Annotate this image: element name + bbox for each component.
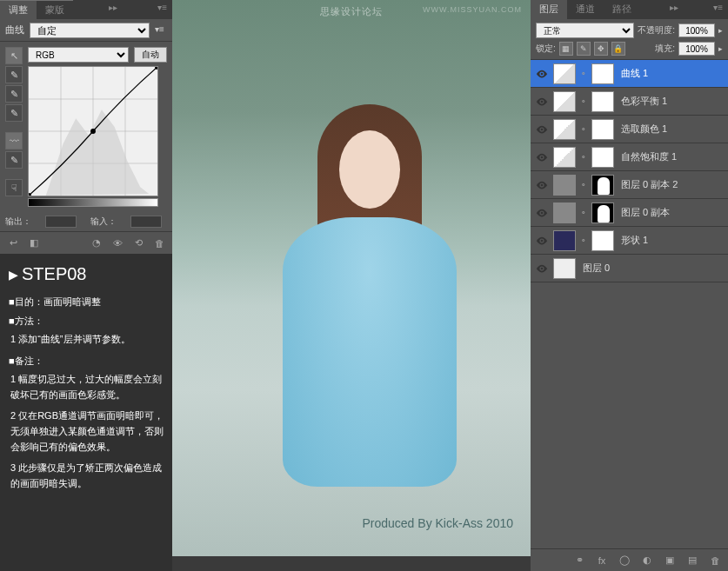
layer-name-label[interactable]: 图层 0 副本 [618,206,725,219]
curves-eyedropper-white[interactable]: ✎ [5,104,23,122]
layer-thumb[interactable] [553,147,576,168]
new-group-icon[interactable]: ▣ [660,552,679,569]
layer-link-icon[interactable]: ⚬ [579,70,588,78]
layer-mask-thumb[interactable] [591,147,614,168]
document-image[interactable]: 思缘设计论坛 WWW.MISSYUAN.COM Produced By Kick… [172,0,531,556]
layer-mask-thumb[interactable] [591,63,614,84]
layer-visibility-icon[interactable] [534,177,550,193]
curves-main: RGB 自动 [28,47,167,207]
return-arrow-icon[interactable]: ↩ [3,235,23,252]
layer-visibility-icon[interactable] [534,122,550,137]
layer-link-icon[interactable]: ⚬ [579,209,588,217]
panel-collapse-icon[interactable]: ▸▸ [104,0,123,19]
layer-link-icon[interactable]: ⚬ [579,125,588,134]
curves-preset-dropdown[interactable]: 自定 [30,23,150,38]
layer-mask-thumb[interactable] [591,203,614,223]
curves-pencil-tool[interactable]: ✎ [5,151,23,169]
opacity-label: 不透明度: [638,24,675,37]
step-purpose: ■目的：画面明暗调整 [9,293,164,310]
layer-row[interactable]: ⚬ 图层 0 副本 2 [531,171,728,199]
curves-target-tool[interactable]: ☟ [5,179,23,196]
layer-thumb[interactable] [553,175,576,196]
tab-masks[interactable]: 蒙版 [37,0,73,19]
step-note-3: 3 此步骤仅是为了矫正两次偏色造成的画面明暗失调。 [9,460,164,491]
step-notes-label: ■备注： [9,352,164,369]
layer-mask-thumb[interactable] [591,119,614,140]
curves-eyedropper-gray[interactable]: ✎ [5,85,23,103]
layer-link-icon[interactable]: ⚬ [579,153,588,162]
panel-menu-icon[interactable]: ▾≡ [152,0,172,19]
tab-adjustments[interactable]: 调整 [0,0,37,19]
layer-row[interactable]: ⚬ 曲线 1 [531,60,728,88]
layers-collapse-icon[interactable]: ▸▸ [665,0,684,19]
fill-input[interactable] [678,42,715,56]
layer-row[interactable]: ⚬ 选取颜色 1 [531,116,728,143]
layer-name-label[interactable]: 形状 1 [618,234,725,247]
link-layers-icon[interactable]: ⚭ [570,552,589,569]
new-layer-icon[interactable]: ▤ [683,552,702,569]
curves-point-tool[interactable]: ↖ [5,47,23,64]
layer-name-label[interactable]: 选取颜色 1 [618,123,725,136]
lock-transparency-icon[interactable]: ▦ [559,42,573,56]
layer-name-label[interactable]: 自然饱和度 1 [618,150,725,163]
layer-thumb[interactable] [553,63,576,84]
layer-thumb[interactable] [553,91,576,112]
curves-preset-menu-icon[interactable]: ▾≡ [155,24,167,37]
trash-icon[interactable]: 🗑 [150,235,169,252]
layer-name-label[interactable]: 图层 0 副本 2 [618,178,725,191]
layer-visibility-icon[interactable] [534,205,550,221]
layer-thumb[interactable] [553,203,576,223]
layer-row[interactable]: ⚬ 形状 1 [531,227,728,255]
curves-smooth-tool[interactable]: 〰 [5,132,23,149]
layer-thumb[interactable] [553,230,576,251]
fill-chevron-icon[interactable]: ▸ [718,44,723,53]
curves-graph[interactable] [28,66,158,196]
layer-row[interactable]: ⚬ 图层 0 副本 [531,199,728,227]
layer-thumb[interactable] [553,258,576,279]
layer-thumb[interactable] [553,119,576,140]
layer-name-label[interactable]: 图层 0 [579,262,725,275]
layer-visibility-icon[interactable] [534,233,550,249]
curves-eyedropper-black[interactable]: ✎ [5,66,23,83]
curves-auto-button[interactable]: 自动 [134,47,167,63]
lock-all-icon[interactable]: 🔒 [611,42,625,56]
delete-layer-icon[interactable]: 🗑 [705,552,725,569]
layer-visibility-icon[interactable] [534,261,550,276]
opacity-input[interactable] [678,23,715,37]
layers-menu-icon[interactable]: ▾≡ [708,0,728,19]
reset-icon[interactable]: ⟲ [129,235,148,252]
layer-visibility-icon[interactable] [534,149,550,165]
curves-title: 曲线 [5,23,24,37]
layer-mask-thumb[interactable] [591,175,614,196]
lock-pixels-icon[interactable]: ✎ [577,42,591,56]
tab-channels[interactable]: 通道 [567,0,604,19]
layer-name-label[interactable]: 曲线 1 [618,67,725,80]
curves-header: 曲线 自定 ▾≡ [0,19,172,42]
opacity-chevron-icon[interactable]: ▸ [718,26,723,35]
add-mask-icon[interactable]: ◯ [615,552,634,569]
new-adjustment-icon[interactable]: ◐ [638,552,657,569]
layer-visibility-icon[interactable] [534,94,550,110]
tab-layers[interactable]: 图层 [531,0,567,19]
layer-fx-icon[interactable]: fx [592,552,611,569]
layer-mask-thumb[interactable] [591,91,614,112]
lock-position-icon[interactable]: ✥ [594,42,608,56]
layer-link-icon[interactable]: ⚬ [579,181,588,189]
layer-name-label[interactable]: 色彩平衡 1 [618,95,725,108]
svg-point-16 [541,267,544,269]
layer-link-icon[interactable]: ⚬ [579,236,588,245]
layer-row[interactable]: ⚬ 自然饱和度 1 [531,143,728,171]
tab-paths[interactable]: 路径 [604,0,640,19]
layer-row[interactable]: ⚬ 色彩平衡 1 [531,88,728,116]
curves-channel-dropdown[interactable]: RGB [28,47,129,63]
expand-icon[interactable]: ◧ [24,235,43,252]
layer-row[interactable]: 图层 0 [531,255,728,282]
blend-mode-dropdown[interactable]: 正常 [536,23,634,38]
curves-input-input[interactable] [130,216,162,228]
clip-icon[interactable]: ◔ [87,235,106,252]
layer-link-icon[interactable]: ⚬ [579,97,588,106]
layer-visibility-icon[interactable] [534,66,550,82]
visibility-icon[interactable]: 👁 [108,235,127,252]
layer-mask-thumb[interactable] [591,230,614,251]
curves-output-input[interactable] [45,216,77,228]
